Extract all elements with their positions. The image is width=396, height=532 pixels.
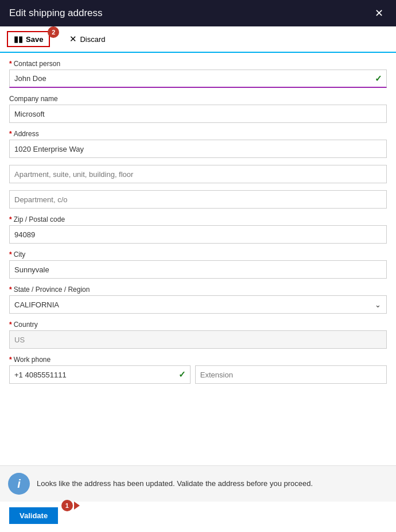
city-input[interactable] — [9, 260, 387, 279]
save-label: Save — [26, 35, 43, 44]
state-select-wrapper: CALIFORNIA ⌄ — [9, 295, 387, 314]
discard-label: Discard — [80, 35, 105, 44]
work-phone-input-wrap: ✓ — [9, 365, 191, 384]
work-phone-row: ✓ — [9, 365, 387, 384]
company-name-input[interactable] — [9, 105, 387, 123]
form-body: * Contact person ✓ Company name * Addres… — [0, 53, 396, 465]
extension-input-group — [195, 365, 387, 384]
contact-person-group: * Contact person ✓ — [9, 60, 387, 88]
validate-row: Validate 1 — [0, 502, 396, 532]
toolbar: ▮▮ Save 2 ✕ Discard — [0, 26, 396, 53]
city-group: * City — [9, 250, 387, 279]
contact-person-label: * Contact person — [9, 60, 387, 68]
info-icon-wrap: i — [8, 473, 30, 495]
address2-input[interactable] — [9, 165, 387, 183]
contact-person-check-icon: ✓ — [375, 74, 382, 84]
modal-header: Edit shipping address ✕ — [0, 0, 396, 26]
zip-group: * Zip / Postal code — [9, 215, 387, 244]
zip-input[interactable] — [9, 225, 387, 244]
state-group: * State / Province / Region CALIFORNIA ⌄ — [9, 286, 387, 314]
save-button[interactable]: ▮▮ Save — [7, 31, 50, 47]
work-phone-input[interactable] — [9, 365, 191, 384]
address-input[interactable] — [9, 140, 387, 158]
address-group: * Address — [9, 130, 387, 158]
contact-person-input[interactable] — [9, 70, 387, 88]
info-icon: i — [17, 477, 21, 491]
work-phone-check-icon: ✓ — [178, 369, 186, 380]
company-name-group: Company name — [9, 95, 387, 123]
validate-badge-arrow-icon — [74, 502, 80, 510]
close-button[interactable]: ✕ — [371, 6, 387, 21]
work-phone-label: * Work phone — [9, 356, 387, 364]
city-label: * City — [9, 250, 387, 259]
info-text: Looks like the address has been updated.… — [37, 479, 313, 489]
save-icon: ▮▮ — [14, 34, 23, 44]
address2-group — [9, 165, 387, 183]
info-message: Looks like the address has been updated.… — [37, 479, 313, 488]
info-banner: i Looks like the address has been update… — [0, 465, 396, 502]
zip-label: * Zip / Postal code — [9, 215, 387, 223]
modal-title: Edit shipping address — [9, 7, 103, 19]
contact-person-input-wrap: ✓ — [9, 70, 387, 88]
extension-input[interactable] — [195, 365, 387, 384]
edit-shipping-modal: Edit shipping address ✕ ▮▮ Save 2 ✕ Disc… — [0, 0, 396, 532]
department-group — [9, 190, 387, 209]
save-badge: 2 — [48, 26, 59, 38]
country-label: * Country — [9, 321, 387, 329]
state-select[interactable]: CALIFORNIA — [9, 295, 387, 314]
company-name-label: Company name — [9, 95, 387, 103]
discard-button[interactable]: ✕ Discard — [66, 32, 108, 47]
state-label: * State / Province / Region — [9, 286, 387, 294]
validate-button[interactable]: Validate — [9, 507, 58, 524]
work-phone-input-group: ✓ — [9, 365, 191, 384]
work-phone-group: * Work phone ✓ — [9, 356, 387, 384]
country-input — [9, 330, 387, 349]
address-label: * Address — [9, 130, 387, 138]
validate-badge: 1 — [61, 500, 73, 511]
country-group: * Country — [9, 321, 387, 349]
department-input[interactable] — [9, 190, 387, 209]
discard-icon: ✕ — [69, 34, 77, 44]
